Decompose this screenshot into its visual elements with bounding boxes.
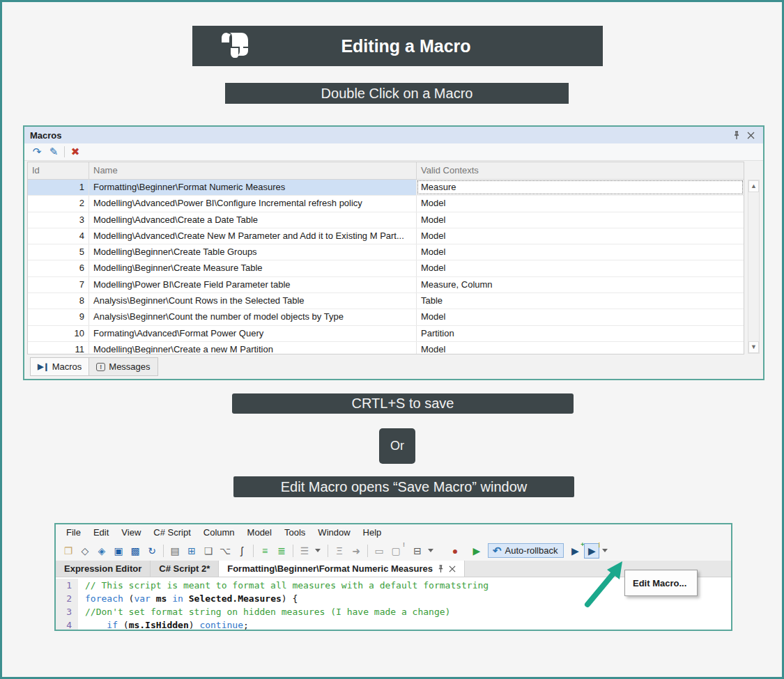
code-token: Selected.Measures — [183, 593, 282, 604]
editor-tab[interactable]: Expression Editor — [56, 561, 151, 577]
scroll-down-icon[interactable]: ▼ — [748, 341, 759, 353]
auto-rollback-button[interactable]: ↶Auto-rollback — [488, 543, 564, 558]
toolbar-separator — [253, 545, 254, 557]
code-text: foreach (var ms in Selected.Measures) { — [79, 592, 298, 605]
indent-icon[interactable]: ≡ — [257, 543, 272, 559]
tab-label: Expression Editor — [64, 563, 141, 574]
menu-tools[interactable]: Tools — [278, 526, 312, 539]
goto-icon[interactable]: ➜ — [348, 543, 364, 559]
edit-macro-tooltip: Edit Macro... — [624, 570, 698, 596]
column-header-name[interactable]: Name — [89, 162, 417, 179]
table-row[interactable]: 10Formating\Advanced\Format Power QueryP… — [28, 326, 744, 342]
play-icon[interactable]: ▶ — [469, 543, 484, 559]
cell-valid-contexts: Model — [417, 309, 744, 325]
dropdown-caret-icon[interactable] — [602, 549, 608, 552]
menu-window[interactable]: Window — [312, 526, 356, 539]
editor-menubar: FileEditViewC# ScriptColumnModelToolsWin… — [56, 524, 731, 540]
vertipaq-icon[interactable]: ⊟ — [410, 543, 425, 559]
table-row[interactable]: 5Modelling\Beginner\Create Table GroupsM… — [28, 244, 744, 260]
table-row[interactable]: 1Formatting\Beginner\Format Numeric Meas… — [28, 180, 744, 196]
table-row[interactable]: 9Analysis\Beginner\Count the number of m… — [28, 309, 744, 325]
import-table-icon[interactable]: ❏ — [201, 543, 216, 559]
menu-file[interactable]: File — [60, 526, 87, 539]
code-token: // This script is meant to format all me… — [85, 580, 489, 591]
pin-icon[interactable] — [437, 565, 445, 573]
tab-messages[interactable]: Messages — [89, 357, 157, 376]
save-icon[interactable]: ▣ — [111, 543, 126, 559]
code-token: ms — [151, 593, 172, 604]
save-as-icon[interactable]: ▩ — [128, 543, 143, 559]
cell-name: Modelling\Beginner\Create Table Groups — [89, 244, 417, 260]
editor-tab[interactable]: C# Script 2* — [151, 561, 219, 577]
dropdown-caret-icon[interactable] — [315, 549, 321, 552]
table-row[interactable]: 6Modelling\Beginner\Create Measure Table… — [28, 260, 744, 276]
cell-valid-contexts: Model — [417, 244, 744, 260]
tab-label: C# Script 2* — [159, 563, 210, 574]
pin-icon[interactable] — [730, 129, 744, 141]
cell-valid-contexts: Model — [417, 196, 744, 211]
table-row[interactable]: 8Analysis\Beginner\Count Rows in the Sel… — [28, 293, 744, 309]
menu-column[interactable]: Column — [197, 526, 241, 539]
code-token: //Don't set format string on hidden meas… — [85, 607, 450, 617]
macros-titlebar: Macros — [24, 127, 763, 143]
code-token: ) { — [282, 593, 298, 604]
record-macro-icon[interactable]: ● — [447, 543, 463, 559]
code-line: 3//Don't set format string on hidden mea… — [56, 605, 731, 618]
menu-help[interactable]: Help — [357, 526, 388, 539]
tab-label: Formatting\Beginner\Format Numeric Measu… — [227, 563, 433, 574]
cell-valid-contexts: Model — [417, 342, 744, 354]
column-header-valid-contexts[interactable]: Valid Contexts — [417, 162, 744, 179]
open-file-icon[interactable]: ❐ — [61, 543, 76, 559]
banner-ctrl-s: CRTL+S to save — [232, 393, 574, 414]
table-row[interactable]: 2Modelling\Advanced\Power BI\Configure I… — [28, 196, 744, 212]
cell-valid-contexts: Partition — [417, 326, 744, 341]
indent-alt-icon[interactable]: ≣ — [274, 543, 289, 559]
toolbar-separator — [328, 545, 328, 557]
tab-macros[interactable]: ▶❙Macros — [30, 357, 89, 376]
cell-name: Analysis\Beginner\Count the number of mo… — [89, 309, 417, 325]
run-macro-icon[interactable]: ↷ — [29, 145, 45, 159]
code-text: if (ms.IsHidden) continue; — [79, 618, 249, 630]
hierarchy-icon[interactable]: ⌥ — [217, 543, 233, 559]
format-dax-icon[interactable]: ⊞ — [184, 543, 199, 559]
cell-name: Modelling\Advanced\Create a Date Table — [89, 212, 417, 228]
edit-macro-icon[interactable]: ✎ — [45, 145, 62, 159]
line-number: 2 — [56, 592, 79, 605]
table-row[interactable]: 4Modelling\Advanced\Create New M Paramet… — [28, 228, 744, 244]
delete-macro-icon[interactable]: ✖ — [67, 145, 84, 159]
cell-valid-contexts: Model — [417, 228, 744, 244]
menu-c-script[interactable]: C# Script — [147, 526, 197, 539]
macros-scrollbar[interactable]: ▲ ▼ — [748, 180, 760, 354]
perspective-icon[interactable]: ☰ — [297, 543, 312, 559]
close-icon[interactable] — [744, 129, 758, 141]
cell-id: 11 — [28, 342, 89, 354]
script-icon[interactable]: ʃ — [234, 543, 249, 559]
translation-icon[interactable]: Ξ — [332, 543, 347, 559]
table-row[interactable]: 11Modelling\Beginner\Create a new M Part… — [28, 342, 744, 354]
dropdown-caret-icon[interactable] — [428, 549, 433, 552]
new-script-icon[interactable]: ▤ — [167, 543, 183, 559]
open-model-icon[interactable]: ◈ — [94, 543, 109, 559]
messages-icon-overlay: ! — [403, 541, 405, 548]
close-icon[interactable] — [449, 565, 456, 572]
menu-view[interactable]: View — [115, 526, 147, 539]
menu-edit[interactable]: Edit — [87, 526, 115, 539]
menu-model[interactable]: Model — [241, 526, 278, 539]
cell-id: 9 — [28, 309, 89, 325]
cell-id: 2 — [28, 196, 89, 211]
deploy-model-icon[interactable]: ◇ — [77, 543, 93, 559]
refresh-icon[interactable]: ↻ — [144, 543, 160, 559]
banner-or: Or — [379, 428, 415, 464]
table-row[interactable]: 3Modelling\Advanced\Create a Date TableM… — [28, 212, 744, 228]
cell-id: 8 — [28, 293, 89, 309]
column-header-id[interactable]: Id — [28, 162, 89, 179]
table-row[interactable]: 7Modelling\Power BI\Create Field Paramet… — [28, 277, 744, 293]
annotation-arrow-icon — [579, 556, 629, 610]
code-token: ( — [118, 620, 129, 630]
code-token: if — [107, 620, 118, 630]
scroll-up-icon[interactable]: ▲ — [748, 180, 759, 192]
messages-icon[interactable]: ▢! — [388, 543, 403, 559]
editor-tab[interactable]: Formatting\Beginner\Format Numeric Measu… — [219, 561, 465, 577]
code-token — [85, 620, 107, 630]
expression-box-icon[interactable]: ▭ — [371, 543, 387, 559]
